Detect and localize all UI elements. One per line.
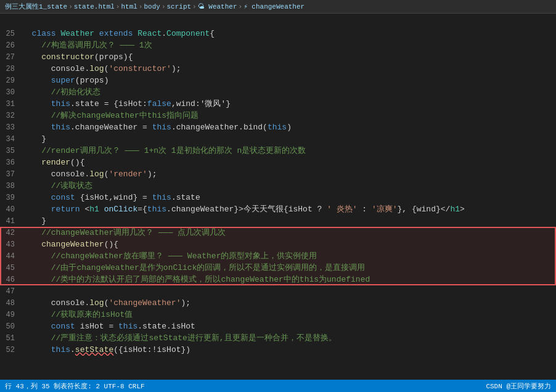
- line-number: 49: [0, 311, 22, 319]
- code-line: 42 //changeWeather调用几次？ ——— 点几次调几次: [0, 227, 556, 239]
- breadcrumb-sep: ›: [161, 3, 166, 10]
- line-number: 41: [0, 217, 22, 226]
- line-number: 28: [0, 65, 22, 73]
- code-line: 37 console.log('render');: [0, 168, 556, 180]
- line-number: 32: [0, 112, 22, 120]
- code-line: 49 //获取原来的isHot值: [0, 309, 556, 321]
- line-content: //changeWeather放在哪里？ ——— Weather的原型对象上，供…: [22, 250, 551, 262]
- code-line: 29 super(props): [0, 75, 556, 86]
- line-number: 38: [0, 182, 22, 190]
- line-content: //render调用几次？ ——— 1+n次 1是初始化的那次 n是状态更新的次…: [22, 145, 551, 157]
- breadcrumb-sep: ›: [68, 3, 73, 10]
- breadcrumb-item: 例三大属性1_state: [5, 2, 67, 11]
- breadcrumb-item: html: [121, 3, 137, 10]
- line-content: }: [22, 133, 551, 145]
- status-right: CSDN @王同学要努力: [486, 382, 551, 391]
- line-number: 27: [0, 53, 22, 62]
- line-number: 51: [0, 334, 22, 343]
- line-number: 52: [0, 346, 22, 354]
- line-number: 50: [0, 322, 22, 331]
- status-left: 行 43，列 35 制表符长度: 2 UTF-8 CRLF: [5, 382, 145, 391]
- line-content: //由于changeWeather是作为onClick的回调，所以不是通过实例调…: [22, 262, 551, 274]
- line-number: 36: [0, 158, 22, 167]
- line-number: 42: [0, 229, 22, 237]
- line-content: this.state = {isHot:false,wind:'微风'}: [22, 98, 551, 110]
- line-content: const isHot = this.state.isHot: [22, 321, 551, 332]
- line-content: //获取原来的isHot值: [22, 309, 551, 321]
- code-line: 28 console.log('constructor');: [0, 63, 556, 75]
- code-line: 31 this.state = {isHot:false,wind:'微风'}: [0, 98, 556, 110]
- line-content: changeWeather(){: [22, 239, 551, 250]
- code-line: 34 }: [0, 133, 556, 145]
- line-number: 30: [0, 88, 22, 97]
- code-line: 51 //严重注意：状态必须通过setState进行更新,且更新是一种合并，不是…: [0, 332, 556, 344]
- breadcrumb-item: body: [144, 3, 160, 10]
- code-line: 52 this.setState({isHot:!isHot}): [0, 344, 556, 356]
- code-line: 46 //类中的方法默认开启了局部的严格模式，所以changeWeather中的…: [0, 274, 556, 285]
- line-content: //构造器调用几次？ ——— 1次: [22, 39, 551, 51]
- code-line: 43 changeWeather(){: [0, 239, 556, 250]
- code-line: 26 //构造器调用几次？ ——— 1次: [0, 39, 556, 51]
- line-number: 44: [0, 252, 22, 261]
- code-line: 32 //解决changeWeather中this指向问题: [0, 110, 556, 121]
- breadcrumb-sep: ›: [239, 3, 243, 10]
- line-content: class Weather extends React.Component{: [22, 28, 551, 39]
- breadcrumb-sep: ›: [192, 3, 197, 10]
- code-line: 50 const isHot = this.state.isHot: [0, 321, 556, 332]
- line-content: //读取状态: [22, 180, 551, 192]
- line-content: this.changeWeather = this.changeWeather.…: [22, 121, 551, 133]
- line-number: 34: [0, 135, 22, 144]
- line-number: 45: [0, 264, 22, 272]
- line-content: //类中的方法默认开启了局部的严格模式，所以changeWeather中的thi…: [22, 274, 551, 285]
- line-number: 31: [0, 100, 22, 108]
- line-number: 46: [0, 276, 22, 284]
- code-line: 44 //changeWeather放在哪里？ ——— Weather的原型对象…: [0, 250, 556, 262]
- line-number: 35: [0, 147, 22, 155]
- breadcrumb-sep: ›: [139, 3, 143, 10]
- breadcrumb-item: ⚡ changeWeather: [243, 2, 305, 10]
- line-content: //changeWeather调用几次？ ——— 点几次调几次: [22, 227, 551, 239]
- breadcrumb-item: 🌤 Weather: [198, 2, 237, 10]
- breadcrumb-bar: 例三大属性1_state › state.html › html › body …: [0, 0, 556, 14]
- line-content: console.log('render');: [22, 168, 551, 180]
- code-line: 40 return <h1 onClick={this.changeWeathe…: [0, 203, 556, 215]
- code-line: 27 constructor(props){: [0, 51, 556, 63]
- line-number: 37: [0, 170, 22, 179]
- line-content: }: [22, 215, 551, 227]
- line-number: 25: [0, 30, 22, 38]
- line-number: 47: [0, 287, 22, 296]
- code-line: [0, 16, 556, 28]
- code-line: 33 this.changeWeather = this.changeWeath…: [0, 121, 556, 133]
- line-content: //初始化状态: [22, 86, 551, 98]
- line-number: 39: [0, 194, 22, 202]
- line-content: //严重注意：状态必须通过setState进行更新,且更新是一种合并，不是替换。: [22, 332, 551, 344]
- line-content: const {isHot,wind} = this.state: [22, 192, 551, 203]
- line-content: console.log('changeWeather');: [22, 297, 551, 309]
- line-number: 26: [0, 41, 22, 50]
- code-line: 45 //由于changeWeather是作为onClick的回调，所以不是通过…: [0, 262, 556, 274]
- code-line: 35 //render调用几次？ ——— 1+n次 1是初始化的那次 n是状态更…: [0, 145, 556, 157]
- line-content: super(props): [22, 75, 551, 86]
- breadcrumb-sep: ›: [116, 3, 120, 10]
- breadcrumb-item: script: [166, 3, 191, 10]
- code-line: 41 }: [0, 215, 556, 227]
- line-content: console.log('constructor');: [22, 63, 551, 75]
- line-number: 33: [0, 123, 22, 132]
- line-content: return <h1 onClick={this.changeWeather}>…: [22, 203, 551, 215]
- code-line: 47: [0, 285, 556, 297]
- line-content: [22, 285, 551, 297]
- breadcrumb-item: state.html: [74, 3, 115, 10]
- code-line: 25 class Weather extends React.Component…: [0, 28, 556, 39]
- code-line: 38 //读取状态: [0, 180, 556, 192]
- line-number: 43: [0, 240, 22, 249]
- line-content: this.setState({isHot:!isHot}): [22, 344, 551, 356]
- status-bar: 行 43，列 35 制表符长度: 2 UTF-8 CRLF CSDN @王同学要…: [0, 380, 556, 392]
- line-content: constructor(props){: [22, 51, 551, 63]
- code-line: 39 const {isHot,wind} = this.state: [0, 192, 556, 203]
- line-content: //解决changeWeather中this指向问题: [22, 110, 551, 121]
- line-number: 40: [0, 205, 22, 214]
- line-content: render(){: [22, 157, 551, 168]
- line-number: 48: [0, 299, 22, 308]
- code-line: 30 //初始化状态: [0, 86, 556, 98]
- code-line: 36 render(){: [0, 157, 556, 168]
